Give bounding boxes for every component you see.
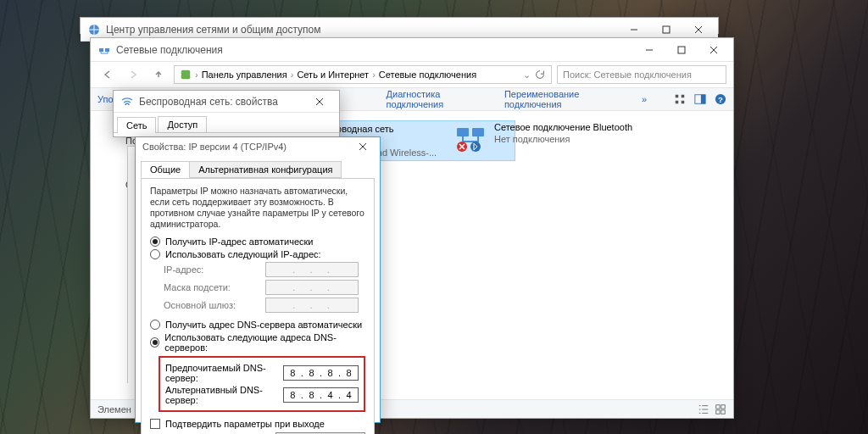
statusbar-text: Элемен: [97, 404, 131, 415]
svg-rect-21: [721, 409, 725, 413]
validate-on-exit-checkbox[interactable]: Подтвердить параметры при выходе: [150, 419, 365, 429]
toolbar-rename[interactable]: Переименование подключения: [504, 89, 628, 109]
svg-rect-18: [716, 404, 720, 408]
minimize-button[interactable]: [633, 39, 665, 61]
breadcrumb-dropdown[interactable]: ⌄: [523, 70, 531, 81]
svg-rect-4: [678, 47, 685, 53]
tab-general[interactable]: Общие: [141, 161, 190, 178]
search-input[interactable]: Поиск: Сетевые подключения: [557, 65, 726, 84]
radio-auto-dns[interactable]: Получить адрес DNS-сервера автоматически: [150, 320, 365, 330]
toolbar-diagnose[interactable]: Диагностика подключения: [387, 89, 491, 109]
connections-titlebar: Сетевые подключения: [91, 38, 733, 62]
view-large-icon[interactable]: [715, 403, 726, 415]
svg-rect-15: [472, 128, 484, 136]
control-panel-icon: [180, 69, 192, 81]
tab-network[interactable]: Сеть: [117, 117, 156, 133]
svg-rect-19: [721, 404, 725, 408]
view-details-icon[interactable]: [698, 403, 709, 415]
bluetooth-status: Нет подключения: [494, 133, 632, 145]
wifi-icon: [120, 95, 134, 108]
radio-icon: [150, 320, 160, 330]
view-options-icon[interactable]: [674, 93, 686, 105]
radio-icon: [150, 236, 160, 247]
refresh-icon[interactable]: [534, 69, 546, 81]
wireless-props-title: Беспроводная сеть: свойства: [139, 96, 303, 108]
network-center-title: Центр управления сетями и общим доступом: [106, 24, 618, 36]
bluetooth-name: Сетевое подключение Bluetooth: [494, 121, 632, 133]
wifi-name-partial: роводная сеть: [331, 123, 437, 135]
ip-address-input: . . .: [265, 262, 359, 277]
ipv4-tabs: Общие Альтернативная конфигурация: [136, 156, 380, 178]
network-center-window: Центр управления сетями и общим доступом: [80, 17, 719, 34]
close-button[interactable]: [303, 91, 336, 113]
radio-icon: [150, 249, 160, 259]
radio-icon: [150, 337, 159, 348]
nav-up-button[interactable]: [148, 64, 169, 85]
gateway-input: . . .: [265, 298, 359, 313]
svg-rect-20: [716, 409, 720, 413]
wireless-properties-dialog: Беспроводная сеть: свойства Сеть Доступ: [113, 90, 340, 137]
wireless-props-tabs: Сеть Доступ: [114, 113, 339, 133]
close-button[interactable]: [698, 39, 730, 61]
preferred-dns-row: Предпочитаемый DNS-сервер: 8.8.8.8: [165, 363, 359, 383]
nav-forward-button[interactable]: [123, 64, 143, 85]
breadcrumb[interactable]: › Панель управления › Сеть и Интернет › …: [174, 65, 552, 84]
svg-text:?: ?: [718, 95, 723, 104]
search-placeholder: Поиск: Сетевые подключения: [563, 70, 692, 80]
svg-rect-8: [676, 101, 679, 104]
radio-auto-ip[interactable]: Получить IP-адрес автоматически: [150, 236, 365, 247]
connections-icon: [97, 43, 111, 57]
svg-rect-9: [682, 101, 685, 104]
bluetooth-connection-icon: [453, 121, 487, 155]
ip-address-field: IP-адрес: . . .: [164, 262, 365, 277]
help-icon[interactable]: ?: [715, 93, 726, 105]
radio-manual-ip[interactable]: Использовать следующий IP-адрес:: [150, 249, 365, 259]
alternate-dns-row: Альтернативный DNS-сервер: 8.8.4.4: [165, 385, 359, 405]
checkbox-icon: [150, 419, 160, 429]
svg-rect-14: [457, 128, 469, 136]
ipv4-description: Параметры IP можно назначать автоматичес…: [150, 186, 365, 230]
wireless-props-titlebar: Беспроводная сеть: свойства: [114, 91, 339, 113]
svg-rect-6: [676, 95, 679, 98]
nav-back-button[interactable]: [97, 64, 118, 85]
address-bar: › Панель управления › Сеть и Интернет › …: [91, 62, 733, 87]
network-item-bluetooth[interactable]: Сетевое подключение Bluetooth Нет подклю…: [453, 121, 640, 155]
radio-manual-dns[interactable]: Использовать следующие адреса DNS-сервер…: [150, 332, 365, 353]
tab-alt-config[interactable]: Альтернативная конфигурация: [189, 161, 342, 178]
svg-rect-3: [105, 48, 109, 52]
ipv4-properties-dialog: Свойства: IP версии 4 (TCP/IPv4) Общие А…: [135, 136, 381, 423]
breadcrumb-item[interactable]: Сеть и Интернет: [297, 70, 369, 80]
subnet-mask-input: . . .: [265, 280, 359, 295]
network-center-icon: [87, 23, 101, 36]
subnet-mask-field: Маска подсети: . . .: [164, 280, 365, 295]
svg-point-17: [470, 142, 481, 152]
tab-access[interactable]: Доступ: [158, 116, 207, 132]
preferred-dns-input[interactable]: 8.8.8.8: [283, 365, 359, 381]
toolbar-overflow[interactable]: »: [642, 94, 647, 104]
breadcrumb-item[interactable]: Панель управления: [202, 70, 287, 80]
svg-rect-11: [701, 95, 705, 104]
ipv4-body: Параметры IP можно назначать автоматичес…: [141, 178, 375, 434]
maximize-button[interactable]: [665, 39, 698, 61]
dns-highlight-box: Предпочитаемый DNS-сервер: 8.8.8.8 Альте…: [159, 356, 365, 412]
connections-title: Сетевые подключения: [116, 44, 633, 56]
alternate-dns-input[interactable]: 8.8.4.4: [283, 387, 359, 403]
svg-rect-7: [682, 95, 685, 98]
svg-rect-2: [99, 48, 103, 52]
window-controls: [633, 39, 730, 61]
svg-rect-5: [181, 70, 191, 80]
breadcrumb-item[interactable]: Сетевые подключения: [379, 70, 476, 80]
ipv4-titlebar: Свойства: IP версии 4 (TCP/IPv4): [136, 137, 380, 156]
preview-pane-icon[interactable]: [694, 93, 706, 105]
gateway-field: Основной шлюз: . . .: [164, 298, 365, 313]
close-button[interactable]: [349, 137, 376, 156]
ipv4-title: Свойства: IP версии 4 (TCP/IPv4): [142, 142, 349, 152]
svg-rect-1: [663, 26, 670, 33]
